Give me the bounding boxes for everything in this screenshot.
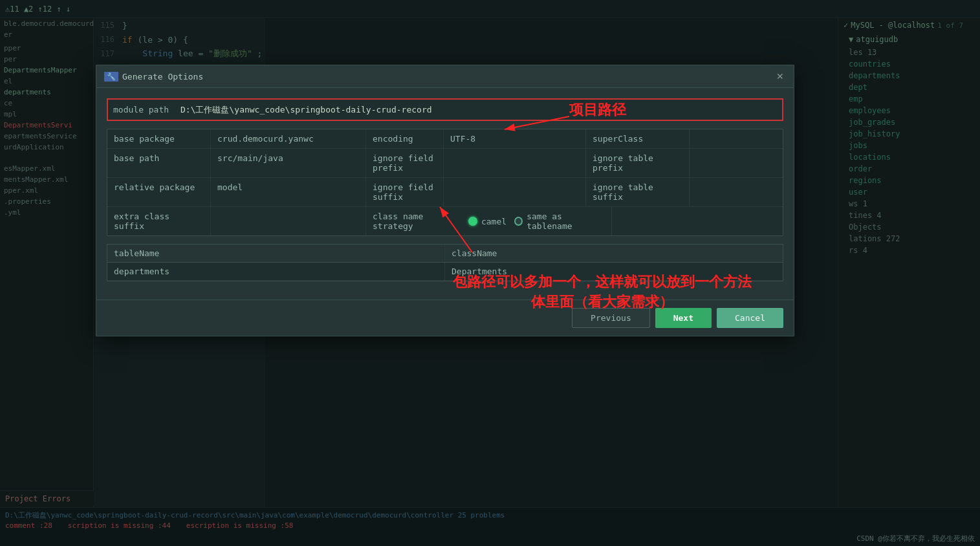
- next-button[interactable]: Next: [655, 308, 712, 328]
- dialog-footer: Previous Next Cancel: [96, 300, 794, 336]
- ignore-field-prefix-label: ignore field prefix: [366, 149, 444, 177]
- options-grid: base package crud.democurd.yanwc encodin…: [107, 129, 783, 236]
- extra-row-filler: [612, 207, 783, 235]
- ignore-field-suffix-value: [444, 178, 586, 206]
- radio-same-tablename-dot: [514, 217, 523, 226]
- radio-same-tablename-label: same as tablename: [527, 212, 605, 231]
- data-table: tableName className departments Departme…: [107, 244, 783, 281]
- module-path-label: module path: [113, 105, 178, 115]
- radio-same-as-tablename[interactable]: same as tablename: [514, 212, 605, 231]
- ignore-field-suffix-label: ignore field suffix: [366, 178, 444, 206]
- encoding-label: encoding: [366, 129, 444, 148]
- extra-class-suffix-value: [211, 207, 366, 235]
- encoding-value: UTF-8: [444, 129, 586, 148]
- base-package-value: crud.democurd.yanwc: [211, 129, 366, 148]
- dialog-title-bar: 🔧 Generate Options ✕: [96, 65, 794, 88]
- cancel-button[interactable]: Cancel: [717, 308, 783, 328]
- radio-camel-dot: [468, 217, 477, 226]
- dialog-title-text: Generate Options: [122, 72, 203, 82]
- class-name-strategy-cell: class name strategy camel same as tablen…: [366, 207, 612, 235]
- radio-camel[interactable]: camel: [468, 217, 506, 226]
- grid-row-4: extra class suffix class name strategy c…: [107, 207, 783, 235]
- ignore-field-prefix-value: [444, 149, 586, 177]
- ignore-table-suffix-value: [690, 178, 783, 206]
- dialog-close-button[interactable]: ✕: [774, 71, 786, 82]
- extra-class-suffix-label: extra class suffix: [107, 207, 211, 235]
- grid-row-2: base path src/main/java ignore field pre…: [107, 149, 783, 178]
- grid-row-3: relative package model ignore field suff…: [107, 178, 783, 207]
- data-table-header: tableName className: [107, 245, 783, 263]
- relative-package-label: relative package: [107, 178, 211, 206]
- ignore-table-prefix-label: ignore table prefix: [586, 149, 690, 177]
- radio-camel-label: camel: [481, 217, 506, 226]
- plugin-icon: 🔧: [104, 72, 118, 82]
- base-package-label: base package: [107, 129, 211, 148]
- relative-package-value: model: [211, 178, 366, 206]
- grid-row-1: base package crud.democurd.yanwc encodin…: [107, 129, 783, 149]
- table-row[interactable]: departments Departments: [107, 263, 783, 281]
- table-header-tablename: tableName: [107, 245, 445, 262]
- generate-options-dialog: 🔧 Generate Options ✕ module path base pa…: [96, 65, 794, 336]
- superclass-label: superClass: [586, 129, 690, 148]
- superclass-value: [690, 129, 783, 148]
- previous-button[interactable]: Previous: [572, 308, 650, 328]
- table-cell-tablename: departments: [107, 263, 445, 280]
- base-path-label: base path: [107, 149, 211, 177]
- dialog-body: module path base package crud.democurd.y…: [96, 88, 794, 300]
- class-name-strategy-label: class name strategy: [373, 212, 461, 231]
- base-path-value: src/main/java: [211, 149, 366, 177]
- ignore-table-suffix-label: ignore table suffix: [586, 178, 690, 206]
- module-path-row: module path: [107, 98, 783, 121]
- dialog-title: 🔧 Generate Options: [104, 72, 203, 82]
- module-path-input[interactable]: [178, 104, 777, 116]
- table-cell-classname: Departments: [445, 263, 783, 280]
- table-header-classname: className: [445, 245, 783, 262]
- ignore-table-prefix-value: [690, 149, 783, 177]
- class-name-strategy-group: class name strategy camel same as tablen…: [373, 212, 605, 231]
